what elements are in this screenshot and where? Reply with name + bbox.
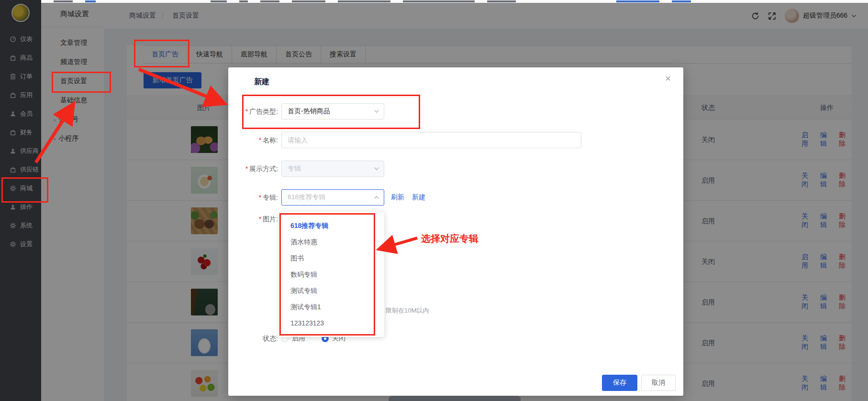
ad-type-value: 首页-热销商品	[288, 107, 330, 116]
cancel-button[interactable]: 取消	[641, 375, 676, 391]
display-mode-value: 专辑	[288, 164, 301, 173]
chevron-down-icon	[374, 108, 379, 114]
name-input[interactable]	[281, 132, 581, 148]
upload-size-hint: 限制在10M以内	[386, 306, 429, 315]
display-mode-select: 专辑	[281, 161, 384, 177]
refresh-album-link[interactable]: 刷新	[391, 193, 404, 202]
annotation-note: 选择对应专辑	[421, 232, 479, 245]
album-label: *专辑:	[228, 189, 278, 206]
display-mode-label: *展示方式:	[228, 161, 278, 177]
album-dropdown: 618推荐专辑 酒水特惠 图书 数码专辑 测试专辑 测试专辑1 12312312…	[280, 212, 384, 337]
bottom-scroll-pill	[389, 396, 521, 401]
album-option[interactable]: 酒水特惠	[280, 234, 384, 250]
ad-type-select[interactable]: 首页-热销商品	[281, 103, 384, 119]
close-icon[interactable]: ×	[665, 73, 671, 84]
album-option[interactable]: 618推荐专辑	[280, 217, 384, 234]
album-option[interactable]: 测试专辑	[280, 282, 384, 299]
album-select-value: 618推荐专辑	[288, 193, 325, 202]
album-option-label: 618推荐专辑	[290, 222, 328, 229]
status-label: 状态:	[228, 330, 278, 347]
album-option-label: 123123123	[290, 319, 324, 327]
album-select[interactable]: 618推荐专辑	[281, 189, 384, 206]
chevron-up-icon	[374, 195, 379, 200]
album-option-label: 测试专辑	[290, 287, 317, 294]
app-viewport: 仪表 商品 订单 应用 会员 财务 供应	[0, 0, 868, 401]
new-album-link[interactable]: 新建	[412, 193, 425, 202]
modal-title: 新建	[254, 77, 269, 87]
album-option[interactable]: 123123123	[280, 315, 384, 331]
album-links: 刷新 新建	[391, 189, 425, 206]
album-option-label: 数码专辑	[290, 271, 317, 278]
create-ad-modal: 新建 × *广告类型: 首页-热销商品 *名称: *展示方式: 专辑 *专辑: …	[228, 67, 683, 396]
album-option[interactable]: 图书	[280, 250, 384, 266]
album-option-label: 酒水特惠	[290, 238, 317, 246]
album-option[interactable]: 数码专辑	[280, 266, 384, 282]
image-label: *图片:	[228, 211, 278, 227]
album-option-label: 图书	[290, 254, 304, 262]
name-label: *名称:	[228, 132, 278, 148]
browser-top-strip	[41, 0, 868, 3]
ad-type-label: *广告类型:	[228, 103, 278, 119]
chevron-down-icon	[374, 166, 379, 172]
album-option-label: 测试专辑1	[290, 303, 321, 311]
save-button[interactable]: 保存	[602, 375, 637, 391]
album-option[interactable]: 测试专辑1	[280, 299, 384, 315]
